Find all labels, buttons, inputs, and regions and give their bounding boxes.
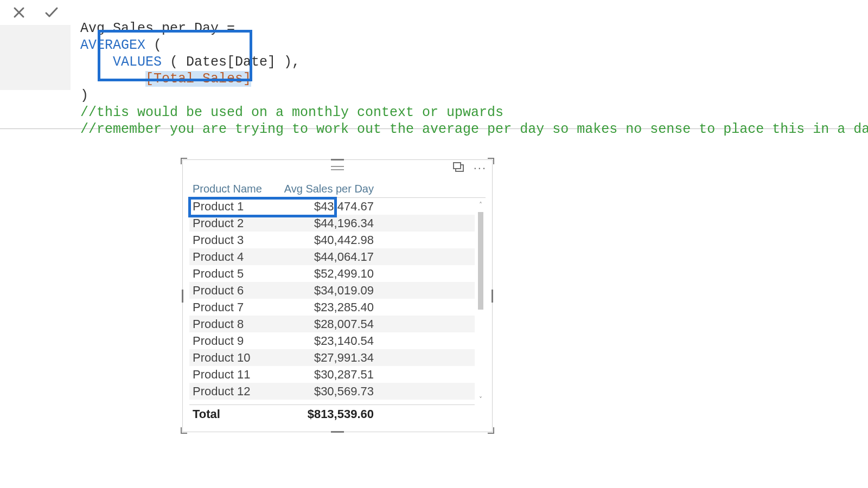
table-rows: Product 1$43,474.67 Product 2$44,196.34 …: [189, 198, 475, 403]
formula-controls: [0, 0, 71, 25]
scrollbar[interactable]: ˄ ˅: [477, 201, 484, 403]
measure-ref: [Total Sales]: [145, 71, 251, 87]
cell-value: $30,569.73: [274, 384, 382, 399]
cell-value: $23,285.40: [274, 300, 382, 314]
table-row[interactable]: Product 10$27,991.34: [189, 349, 475, 366]
cell-value: $44,064.17: [274, 250, 382, 264]
table-row[interactable]: Product 4$44,064.17: [189, 248, 475, 265]
cell-name: Product 9: [193, 334, 274, 348]
cell-name: Product 10: [193, 351, 274, 365]
cell-value: $44,196.34: [274, 216, 382, 230]
resize-handle-bottom[interactable]: [331, 431, 344, 433]
table-row[interactable]: Product 9$23,140.54: [189, 332, 475, 349]
resize-handle-right[interactable]: [492, 290, 493, 303]
cell-value: $40,442.98: [274, 233, 382, 247]
resize-handle-left[interactable]: [182, 290, 183, 303]
cell-value: $52,499.10: [274, 267, 382, 281]
open-paren: (: [145, 37, 162, 53]
fn-averagex: AVERAGEX: [80, 37, 145, 53]
table-row[interactable]: Product 7$23,285.40: [189, 299, 475, 316]
values-open: (: [162, 54, 186, 70]
total-label: Total: [193, 407, 274, 421]
table-body: Product Name Avg Sales per Day Product 1…: [189, 181, 486, 425]
scroll-up-icon[interactable]: ˄: [477, 201, 484, 209]
drag-handle-icon[interactable]: [331, 166, 344, 170]
cell-name: Product 4: [193, 250, 274, 264]
table-row[interactable]: Product 3$40,442.98: [189, 232, 475, 248]
comment-1: //this would be used on a monthly contex…: [80, 105, 503, 120]
cell-value: $43,474.67: [274, 200, 382, 214]
comment-2: //remember you are trying to work out th…: [80, 121, 868, 137]
fn-values: VALUES: [113, 54, 162, 70]
cell-value: $34,019.09: [274, 284, 382, 298]
cell-value: $27,991.34: [274, 351, 382, 365]
table-row[interactable]: Product 5$52,499.10: [189, 265, 475, 282]
table-row[interactable]: Product 12$30,569.73: [189, 383, 475, 400]
table-visual[interactable]: ··· Product Name Avg Sales per Day Produ…: [182, 159, 493, 432]
header-product-name[interactable]: Product Name: [193, 183, 274, 195]
cell-name: Product 7: [193, 300, 274, 314]
svg-rect-0: [454, 163, 461, 169]
header-avg-sales[interactable]: Avg Sales per Day: [274, 183, 382, 195]
resize-handle-br[interactable]: [488, 427, 494, 434]
table-row[interactable]: Product 6$34,019.09: [189, 282, 475, 299]
table-header-row: Product Name Avg Sales per Day: [189, 181, 486, 198]
cell-value: $30,287.51: [274, 368, 382, 382]
formula-bar: Avg Sales per Day = AVERAGEX ( VALUES ( …: [0, 0, 868, 129]
formula-gutter: [0, 25, 71, 90]
table-row[interactable]: Product 2$44,196.34: [189, 215, 475, 232]
table-row[interactable]: Product 8$28,007.54: [189, 316, 475, 332]
cancel-icon[interactable]: [10, 4, 28, 21]
table-row[interactable]: Product 1$43,474.67: [189, 198, 475, 215]
cell-name: Product 12: [193, 384, 274, 399]
cell-name: Product 6: [193, 284, 274, 298]
resize-handle-bl[interactable]: [181, 427, 187, 434]
scroll-down-icon[interactable]: ˅: [477, 396, 484, 403]
cell-value: $54,485.90: [274, 401, 382, 404]
column-ref: Dates[Date]: [186, 54, 276, 70]
assign-token: =: [219, 21, 243, 36]
cell-name: Product 3: [193, 233, 274, 247]
commit-icon[interactable]: [43, 4, 60, 21]
more-options-icon[interactable]: ···: [474, 161, 487, 175]
table-row[interactable]: Product 13$54,485.90: [189, 400, 475, 403]
table-row[interactable]: Product 11$30,287.51: [189, 366, 475, 383]
total-value: $813,539.60: [274, 407, 382, 421]
measure-name: Avg Sales per Day: [80, 21, 219, 36]
visual-header: ···: [183, 160, 492, 176]
cell-value: $23,140.54: [274, 334, 382, 348]
cell-name: Product 2: [193, 216, 274, 230]
table-total-row: Total $813,539.60: [189, 404, 475, 423]
cell-name: Product 8: [193, 317, 274, 331]
cell-name: Product 1: [193, 200, 274, 214]
values-close: ),: [276, 54, 300, 70]
cell-name: Product 5: [193, 267, 274, 281]
cell-name: Product 13: [193, 401, 274, 404]
cell-value: $28,007.54: [274, 317, 382, 331]
cell-name: Product 11: [193, 368, 274, 382]
close-paren: ): [80, 88, 88, 104]
formula-editor[interactable]: Avg Sales per Day = AVERAGEX ( VALUES ( …: [80, 3, 868, 138]
scroll-thumb[interactable]: [478, 212, 483, 310]
focus-mode-icon[interactable]: [453, 162, 464, 174]
